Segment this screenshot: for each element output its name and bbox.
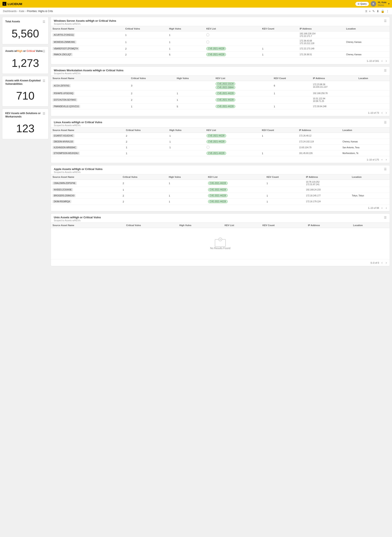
table-menu-icon-apple[interactable]: ☰: [384, 167, 387, 171]
filter-icon[interactable]: ⧖: [365, 9, 367, 13]
kev-badge[interactable]: CVE-2021-44228: [216, 92, 235, 95]
table-scroll-apple[interactable]: Source Asset Name Critical Vulns High Vu…: [51, 174, 390, 204]
asset-name-badge[interactable]: VBAREFOOT-ZPOMQTH: [52, 47, 79, 50]
table-row: NVIDES-ZC6XK9E1CVE-2021-44228192.168.24.…: [51, 187, 390, 193]
next-page-unix[interactable]: ›: [385, 261, 387, 265]
ip-address: 13.65.104.79: [299, 146, 339, 149]
prev-page-unix[interactable]: ‹: [381, 261, 383, 265]
next-page-ws[interactable]: ›: [385, 59, 387, 63]
stat-value-kev: 710: [5, 87, 45, 103]
table-scroll-ws[interactable]: Source Asset Name Critical Vulns High Vu…: [51, 26, 390, 57]
lock-icon[interactable]: 🔒: [381, 9, 384, 13]
kev-badge[interactable]: CVE-2021-44228: [208, 188, 228, 191]
ip-address: 10.58.71.25: [313, 100, 355, 102]
card-menu-icon[interactable]: ☰: [43, 20, 45, 23]
cell-kev-list: CVE-2021-44228: [214, 96, 272, 104]
user-avatar: K: [371, 1, 376, 7]
ip-address: 161.45.60.226: [299, 152, 339, 154]
breadcrumb-home[interactable]: Dashboards: [3, 10, 17, 13]
table-row: MOWENS-ZWMKXM111172.38.43.68172.10.212.1…: [51, 39, 390, 46]
kev-badge[interactable]: CVE-2021-44228: [216, 98, 235, 102]
kev-badge[interactable]: CVE-2021-44228: [206, 53, 226, 56]
kev-badge[interactable]: CVE-2021-44228: [206, 140, 226, 143]
asset-name-badge[interactable]: ESTCHLTON-SEY9I4O: [52, 98, 77, 102]
kev-badge[interactable]: CVE-2022-26844: [216, 86, 235, 89]
logo: L LUCIDUM: [3, 2, 22, 6]
kev-badge[interactable]: CVE-2021-44228: [208, 200, 228, 203]
breadcrumb-parent[interactable]: Kate: [19, 10, 24, 13]
col-critical-linux: Critical Vulns: [124, 128, 168, 133]
asset-name-badge[interactable]: RMACK-Z9O1JQT: [52, 53, 73, 56]
kev-badge[interactable]: CVE-2021-44228: [208, 194, 228, 197]
prev-page-apple[interactable]: ‹: [381, 206, 383, 210]
table-scroll-unix[interactable]: Source Asset Name Critical Vulns High Vu…: [51, 222, 390, 259]
prev-page-ww[interactable]: ‹: [381, 111, 383, 115]
next-page-ww[interactable]: ›: [385, 111, 387, 115]
cell-location: [357, 96, 390, 104]
kev-empty-circle: [206, 41, 209, 43]
table-scroll-linux[interactable]: Source Asset Name Critical Vulns High Vu…: [51, 127, 390, 156]
card-menu-icon-kev[interactable]: ☰: [43, 79, 45, 83]
kev-badge[interactable]: CVE-2022-23134: [216, 82, 235, 85]
asset-name-badge[interactable]: KJOHNSON-WR0094C: [52, 146, 77, 149]
prev-page-linux[interactable]: ‹: [381, 157, 383, 162]
kev-badge[interactable]: CVE-2021-44228: [206, 134, 226, 137]
asset-name-badge[interactable]: NVIDES-ZC6XK9E: [52, 188, 73, 191]
card-menu-icon-kev-sol[interactable]: ☰: [43, 112, 45, 115]
kev-badge[interactable]: CVE-2021-44228: [206, 47, 226, 50]
add-icon[interactable]: +: [369, 9, 371, 13]
asset-name-badge[interactable]: DBODIN-WVNXLG0: [52, 140, 74, 143]
kev-badge[interactable]: CVE-2021-44228: [208, 182, 228, 185]
kev-badge[interactable]: CVE-2021-44228: [206, 152, 226, 155]
asset-name-badge[interactable]: BROGERS-Z69NCK9: [52, 194, 75, 197]
asset-name-badge[interactable]: ACURTIS-ZY2KEGQ: [52, 33, 75, 37]
cell-ip: 172.24.102.119: [298, 139, 341, 145]
breadcrumb-current: Priorities: Highs & Crits: [27, 10, 53, 13]
table-row: RMACK-Z9O1JQT25CVE-2021-442281172.29.38.…: [51, 52, 390, 58]
asset-name-badge[interactable]: MOWENS-ZWMKXM1: [52, 41, 76, 44]
table-menu-icon-unix[interactable]: ☰: [384, 216, 387, 219]
user-info: Hi, Kate Demo: [378, 1, 387, 7]
table-menu-icon-linux[interactable]: ☰: [384, 121, 387, 124]
cell-kev-list: CVE-2021-44228: [205, 133, 260, 139]
query-button[interactable]: ⊙ Query: [355, 2, 369, 6]
cell-ip: 172.18.245.177: [304, 193, 350, 199]
user-chevron-icon[interactable]: ▾: [388, 2, 389, 5]
prev-page-ws[interactable]: ‹: [381, 59, 383, 63]
more-icon[interactable]: ⋮: [386, 9, 389, 13]
col-kev-count: KEV Count: [260, 26, 298, 31]
next-page-apple[interactable]: ›: [385, 206, 387, 210]
asset-name-badge[interactable]: DKIM-R91MRQA: [52, 200, 71, 203]
table-menu-icon-ws[interactable]: ☰: [384, 19, 387, 23]
cell-asset-name: VBAREFOOT-ZPOMQTH: [51, 46, 124, 52]
asset-name-badge[interactable]: CBALDWIN-ZDPGP4E: [52, 182, 77, 185]
cell-ip: 172.23.98.3610.234.211.227: [311, 81, 357, 90]
cell-critical: 1: [124, 31, 168, 39]
stat-card-kev-solutions: KEV Assets with Solutions or Workarounds…: [2, 109, 48, 139]
asset-name-badge[interactable]: EGARST-XGUEX4C: [52, 134, 75, 137]
cell-kev-list: [205, 39, 260, 46]
cell-critical: 3: [129, 81, 175, 90]
kev-badge[interactable]: CVE-2021-44228: [216, 105, 235, 108]
asset-name-badge[interactable]: RSHAPE-UFGEX6Q: [52, 92, 75, 95]
card-menu-icon-hc[interactable]: ☰: [43, 50, 45, 53]
edit-icon[interactable]: ✎: [372, 9, 375, 13]
data-table-linux: Source Asset Name Critical Vulns High Vu…: [51, 127, 390, 156]
table-pagination-unix: 0–0 of 0 ‹ ›: [51, 259, 390, 266]
cell-asset-name: ETHOMPSON-WDJHZAU: [51, 150, 124, 156]
next-page-linux[interactable]: ›: [385, 157, 387, 162]
asset-name-badge[interactable]: ETHOMPSON-WDJHZAU: [52, 152, 80, 155]
table-row: CBALDWIN-ZDPGP4E21CVE-2021-44228110.78.1…: [51, 180, 390, 187]
cell-critical: 1: [129, 104, 175, 110]
asset-name-badge[interactable]: PMANDEVILLE-Q2XVZ1G: [52, 105, 80, 108]
stat-title-kev: Assets with Known Exploited Vulnerabilit…: [5, 79, 43, 86]
download-icon[interactable]: ⬇: [377, 9, 379, 13]
table-scroll-ww[interactable]: Source Asset Name Critical Vulns High Vu…: [51, 75, 390, 109]
table-row: ACOX-Z8T870G3CVE-2022-23134CVE-2022-2684…: [51, 81, 390, 90]
cell-critical: 2: [124, 139, 168, 145]
stat-title-kev-sol: KEV Assets with Solutions or Workarounds: [5, 112, 43, 118]
table-row: ACURTIS-ZY2KEGQ11192.168.228.154172.22.1…: [51, 31, 390, 39]
asset-name-badge[interactable]: ACOX-Z8T870G: [52, 84, 71, 87]
cell-kev-list: [205, 145, 260, 150]
table-menu-icon-ww[interactable]: ☰: [384, 69, 387, 72]
